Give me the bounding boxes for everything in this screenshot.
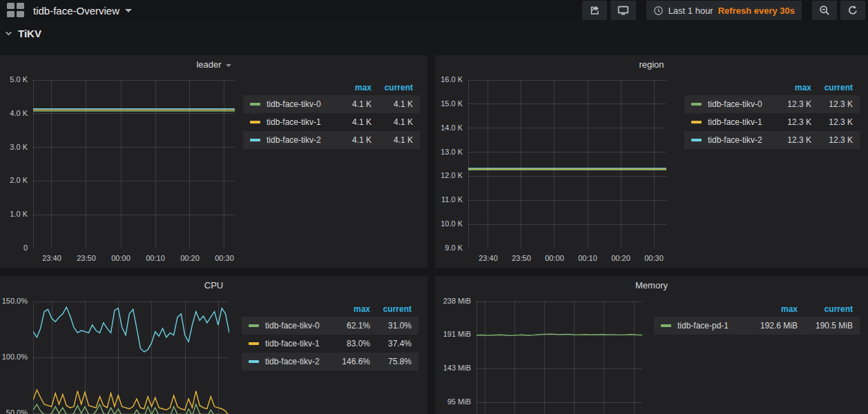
zoom-out-button[interactable]	[812, 1, 837, 20]
legend-col-max[interactable]: max	[742, 304, 798, 314]
legend-current-value: 190.5 MiB	[798, 321, 853, 331]
legend-col-current[interactable]: current	[372, 83, 413, 92]
plot-area[interactable]	[33, 80, 235, 248]
x-axis-label: 23:40	[35, 254, 69, 262]
panel-title-text: region	[639, 59, 664, 70]
plot-area[interactable]	[468, 80, 666, 248]
legend: maxcurrent tidb-face-tikv-0 62.1% 31.0% …	[242, 302, 418, 371]
grafana-logo-icon[interactable]	[7, 3, 25, 18]
section-title: TiKV	[18, 28, 41, 39]
legend-series-name[interactable]: tidb-face-tikv-2	[267, 135, 330, 145]
legend: maxcurrent tidb-face-pd-1 192.6 MiB 190.…	[654, 302, 860, 335]
legend-row[interactable]: tidb-face-tikv-1 83.0% 37.4%	[242, 335, 418, 353]
legend-row[interactable]: tidb-face-tikv-0 12.3 K 12.3 K	[684, 95, 860, 113]
legend-current-value: 4.1 K	[372, 117, 413, 127]
panel-region: region 16.0 K15.0 K14.0 K13.0 K12.0 K11.…	[435, 55, 868, 268]
legend-row[interactable]: tidb-face-pd-1 192.6 MiB 190.5 MiB	[654, 317, 860, 335]
y-axis-label: 10.0 K	[435, 219, 463, 228]
legend-series-name[interactable]: tidb-face-tikv-1	[708, 117, 770, 127]
legend-col-current[interactable]: current	[811, 83, 853, 92]
plot-area[interactable]	[476, 302, 642, 414]
panel-title-region[interactable]: region	[435, 59, 868, 70]
tv-mode-button[interactable]	[610, 1, 636, 20]
panel-cpu: CPU 150.0%100.0%50.0%23:4023:5000:0000:1…	[0, 276, 427, 414]
panel-title-cpu[interactable]: CPU	[0, 280, 427, 290]
x-axis-label: 00:20	[604, 254, 638, 262]
legend-max-value: 12.3 K	[770, 99, 811, 109]
panel-title-memory[interactable]: Memory	[435, 280, 868, 290]
legend-col-max[interactable]: max	[330, 83, 372, 92]
y-axis-label: 100.0%	[0, 353, 28, 361]
legend-col-current[interactable]: current	[370, 304, 412, 314]
y-axis-label: 50.0%	[0, 408, 28, 414]
section-row-tikv[interactable]: TiKV	[4, 28, 41, 39]
legend-row[interactable]: tidb-face-tikv-2 146.6% 75.8%	[242, 353, 418, 371]
zoom-out-icon	[819, 5, 830, 16]
legend-header: maxcurrent	[654, 302, 860, 317]
legend-row[interactable]: tidb-face-tikv-0 4.1 K 4.1 K	[243, 95, 420, 113]
plot-area[interactable]	[33, 302, 229, 414]
navbar: tidb-face-Overview Last 1 hour Refresh e…	[0, 0, 868, 21]
legend-current-value: 75.8%	[370, 357, 412, 366]
legend-row[interactable]: tidb-face-tikv-2 12.3 K 12.3 K	[684, 131, 860, 149]
y-axis-label: 150.0%	[0, 297, 28, 305]
share-button[interactable]	[582, 1, 607, 20]
legend-max-value: 12.3 K	[770, 135, 811, 145]
legend-series-name[interactable]: tidb-face-tikv-1	[267, 117, 330, 127]
x-axis-label: 00:30	[637, 254, 671, 262]
legend-series-name[interactable]: tidb-face-tikv-0	[708, 99, 770, 109]
legend-max-value: 4.1 K	[330, 117, 372, 127]
x-axis-label: 00:30	[207, 254, 242, 262]
legend-current-value: 31.0%	[370, 321, 412, 331]
x-axis-label: 23:50	[69, 254, 104, 262]
y-axis-label: 13.0 K	[435, 148, 463, 156]
legend-max-value: 12.3 K	[770, 117, 811, 127]
legend-col-current[interactable]: current	[798, 304, 853, 314]
legend-swatch	[249, 324, 259, 327]
legend-max-value: 146.6%	[329, 357, 370, 366]
y-axis-label: 238 MiB	[435, 297, 471, 305]
legend-max-value: 4.1 K	[330, 135, 372, 145]
chart-leader: 5.0 K4.0 K3.0 K2.0 K1.0 K023:4023:5000:0…	[0, 55, 427, 268]
legend: maxcurrent tidb-face-tikv-0 4.1 K 4.1 K …	[243, 80, 420, 149]
legend-series-name[interactable]: tidb-face-tikv-0	[267, 99, 330, 109]
y-axis-label: 143 MiB	[435, 364, 471, 372]
x-axis-label: 23:40	[471, 254, 505, 262]
panel-title-text: CPU	[204, 280, 223, 290]
refresh-icon	[847, 5, 858, 16]
legend-row[interactable]: tidb-face-tikv-2 4.1 K 4.1 K	[243, 131, 420, 149]
panel-title-leader[interactable]: leader	[0, 59, 427, 70]
legend-col-max[interactable]: max	[770, 83, 811, 92]
x-axis-label: 00:20	[173, 254, 207, 262]
legend-swatch	[250, 139, 260, 141]
legend: maxcurrent tidb-face-tikv-0 12.3 K 12.3 …	[684, 80, 860, 149]
legend-max-value: 4.1 K	[330, 99, 372, 109]
y-axis-label: 12.0 K	[435, 171, 463, 179]
legend-series-name[interactable]: tidb-face-tikv-0	[265, 321, 329, 331]
chevron-down-icon[interactable]	[125, 9, 132, 12]
time-range-button[interactable]: Last 1 hour Refresh every 30s	[646, 1, 802, 20]
legend-row[interactable]: tidb-face-tikv-1 4.1 K 4.1 K	[243, 113, 420, 131]
legend-row[interactable]: tidb-face-tikv-0 62.1% 31.0%	[242, 317, 418, 335]
legend-row[interactable]: tidb-face-tikv-1 12.3 K 12.3 K	[684, 113, 860, 131]
x-axis-label: 23:50	[504, 254, 539, 262]
legend-series-name[interactable]: tidb-face-tikv-1	[265, 339, 329, 348]
dashboard-title[interactable]: tidb-face-Overview	[33, 5, 119, 17]
y-axis-label: 14.0 K	[435, 124, 463, 132]
refresh-button[interactable]	[840, 1, 865, 20]
legend-col-max[interactable]: max	[329, 304, 370, 314]
legend-current-value: 12.3 K	[811, 117, 853, 127]
legend-swatch	[691, 139, 702, 141]
legend-series-name[interactable]: tidb-face-tikv-2	[265, 357, 329, 366]
y-axis-label: 3.0 K	[0, 143, 28, 151]
chart-memory: 238 MiB191 MiB143 MiB95 MiB23:4023:5000:…	[435, 276, 868, 414]
legend-swatch	[250, 103, 260, 106]
series-line	[33, 307, 229, 352]
legend-swatch	[250, 121, 260, 124]
series-line	[476, 334, 642, 335]
y-axis-label: 2.0 K	[0, 176, 28, 184]
panel-memory: Memory 238 MiB191 MiB143 MiB95 MiB23:402…	[435, 276, 868, 414]
legend-series-name[interactable]: tidb-face-tikv-2	[708, 135, 770, 145]
legend-series-name[interactable]: tidb-face-pd-1	[677, 321, 742, 331]
y-axis-label: 11.0 K	[435, 195, 463, 204]
